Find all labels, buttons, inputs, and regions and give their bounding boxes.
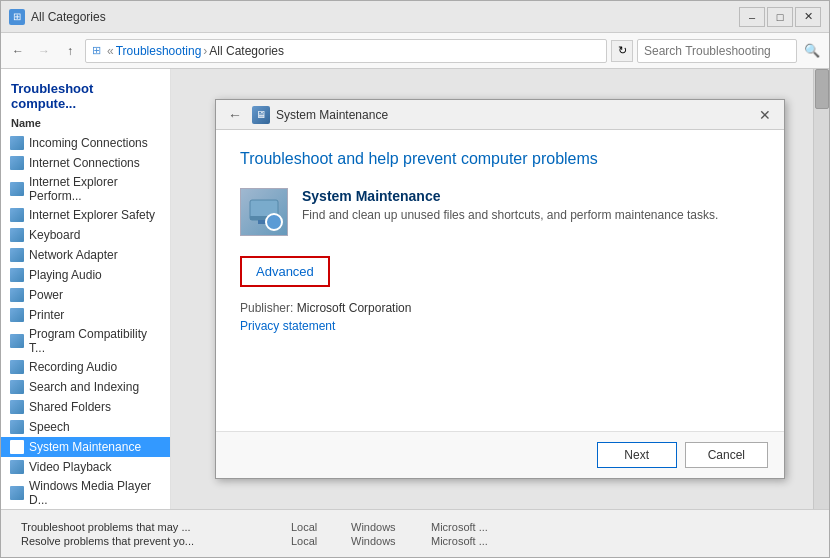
recording-audio-icon (9, 359, 25, 375)
status-row-1: Troubleshoot problems that may ... Local… (11, 520, 819, 534)
list-header: Name (1, 113, 170, 133)
printer-icon (9, 307, 25, 323)
left-panel: Troubleshoot compute... Name Incoming Co… (1, 69, 171, 509)
window-close-button[interactable]: ✕ (795, 7, 821, 27)
publisher-name: Microsoft Corporation (297, 301, 412, 315)
search-button[interactable]: 🔍 (801, 40, 823, 62)
title-bar: ⊞ All Categories – □ ✕ (1, 1, 829, 33)
advanced-button[interactable]: Advanced (240, 256, 330, 287)
list-item-video-playback[interactable]: Video Playback (1, 457, 170, 477)
list-item-internet-connections[interactable]: Internet Connections (1, 153, 170, 173)
path-separator-2: › (203, 44, 207, 58)
list-item-label: Speech (29, 420, 70, 434)
publisher-row: Publisher: Microsoft Corporation (240, 301, 760, 315)
dialog-heading: Troubleshoot and help prevent computer p… (240, 150, 760, 168)
dialog-item-icon (240, 188, 288, 236)
list-item-system-maintenance[interactable]: System Maintenance (1, 437, 170, 457)
dialog-title-text: System Maintenance (276, 108, 754, 122)
privacy-statement-link[interactable]: Privacy statement (240, 319, 335, 333)
list-item-printer[interactable]: Printer (1, 305, 170, 325)
address-path: ⊞ « Troubleshooting › All Categories (85, 39, 607, 63)
refresh-button[interactable]: ↻ (611, 40, 633, 62)
list-item-label: Program Compatibility T... (29, 327, 162, 355)
status-desc-1: Troubleshoot problems that may ... (21, 521, 291, 533)
status-pub-1: Microsoft ... (431, 521, 488, 533)
list-item-network-adapter[interactable]: Network Adapter (1, 245, 170, 265)
status-cat-1: Windows (351, 521, 431, 533)
speech-icon (9, 419, 25, 435)
dialog-overlay: ← 🖥 System Maintenance ✕ Troubleshoot an… (171, 69, 829, 509)
status-desc-2: Resolve problems that prevent yo... (21, 535, 291, 547)
status-row-2: Resolve problems that prevent yo... Loca… (11, 534, 819, 548)
minimize-button[interactable]: – (739, 7, 765, 27)
system-maintenance-dialog: ← 🖥 System Maintenance ✕ Troubleshoot an… (215, 99, 785, 479)
ie-perf-icon (9, 181, 25, 197)
network-adapter-icon (9, 247, 25, 263)
dialog-item-name: System Maintenance (302, 188, 718, 204)
video-playback-icon (9, 459, 25, 475)
window-icon: ⊞ (9, 9, 25, 25)
status-cat-2: Windows (351, 535, 431, 547)
dialog-item-info: System Maintenance Find and clean up unu… (302, 188, 718, 222)
status-bar-content: Troubleshoot problems that may ... Local… (1, 520, 829, 548)
list-item-keyboard[interactable]: Keyboard (1, 225, 170, 245)
list-item-ie-safety[interactable]: Internet Explorer Safety (1, 205, 170, 225)
window-title: All Categories (31, 10, 739, 24)
program-compat-icon (9, 333, 25, 349)
list-item-label: Keyboard (29, 228, 80, 242)
list-item-power[interactable]: Power (1, 285, 170, 305)
list-item-ie-perf[interactable]: Internet Explorer Perform... (1, 173, 170, 205)
window-controls: – □ ✕ (739, 7, 821, 27)
forward-button[interactable]: → (33, 40, 55, 62)
status-loc-2: Local (291, 535, 351, 547)
list-item-label: Search and Indexing (29, 380, 139, 394)
dialog-close-button[interactable]: ✕ (754, 104, 776, 126)
maximize-button[interactable]: □ (767, 7, 793, 27)
dialog-title-icon: 🖥 (252, 106, 270, 124)
status-bar: Troubleshoot problems that may ... Local… (1, 509, 829, 557)
svg-rect-2 (258, 220, 270, 224)
maintenance-svg (248, 196, 280, 228)
list-item-playing-audio[interactable]: Playing Audio (1, 265, 170, 285)
list-item-recording-audio[interactable]: Recording Audio (1, 357, 170, 377)
right-panel: ← 🖥 System Maintenance ✕ Troubleshoot an… (171, 69, 829, 509)
ie-safety-icon (9, 207, 25, 223)
list-item-label: Power (29, 288, 63, 302)
list-item-speech[interactable]: Speech (1, 417, 170, 437)
playing-audio-icon (9, 267, 25, 283)
up-button[interactable]: ↑ (59, 40, 81, 62)
internet-connections-icon (9, 155, 25, 171)
list-item-label: Incoming Connections (29, 136, 148, 150)
svg-rect-1 (250, 216, 278, 220)
power-icon (9, 287, 25, 303)
list-item-label: Windows Media Player D... (29, 479, 162, 507)
list-item-search-indexing[interactable]: Search and Indexing (1, 377, 170, 397)
list-item-label: Shared Folders (29, 400, 111, 414)
main-window: ⊞ All Categories – □ ✕ ← → ↑ ⊞ « Trouble… (0, 0, 830, 558)
breadcrumb-icon: ⊞ (92, 44, 101, 57)
list-item-label: System Maintenance (29, 440, 141, 454)
panel-header: Troubleshoot compute... (1, 77, 170, 113)
keyboard-icon (9, 227, 25, 243)
system-maintenance-icon (9, 439, 25, 455)
search-input[interactable] (637, 39, 797, 63)
dialog-item-desc: Find and clean up unused files and short… (302, 208, 718, 222)
next-button[interactable]: Next (597, 442, 677, 468)
list-item-label: Recording Audio (29, 360, 117, 374)
list-item-wmp-dvd[interactable]: Windows Media Player D... (1, 477, 170, 509)
breadcrumb-root[interactable]: Troubleshooting (116, 44, 202, 58)
status-loc-1: Local (291, 521, 351, 533)
dialog-back-button[interactable]: ← (224, 104, 246, 126)
shared-folders-icon (9, 399, 25, 415)
cancel-button[interactable]: Cancel (685, 442, 768, 468)
list-item-label: Video Playback (29, 460, 112, 474)
dialog-title-bar: ← 🖥 System Maintenance ✕ (216, 100, 784, 130)
list-item-program-compat[interactable]: Program Compatibility T... (1, 325, 170, 357)
wmp-dvd-icon (9, 485, 25, 501)
list-item-shared-folders[interactable]: Shared Folders (1, 397, 170, 417)
list-item-incoming-connections[interactable]: Incoming Connections (1, 133, 170, 153)
dialog-body: Troubleshoot and help prevent computer p… (216, 130, 784, 431)
incoming-connections-icon (9, 135, 25, 151)
back-button[interactable]: ← (7, 40, 29, 62)
address-bar: ← → ↑ ⊞ « Troubleshooting › All Categori… (1, 33, 829, 69)
